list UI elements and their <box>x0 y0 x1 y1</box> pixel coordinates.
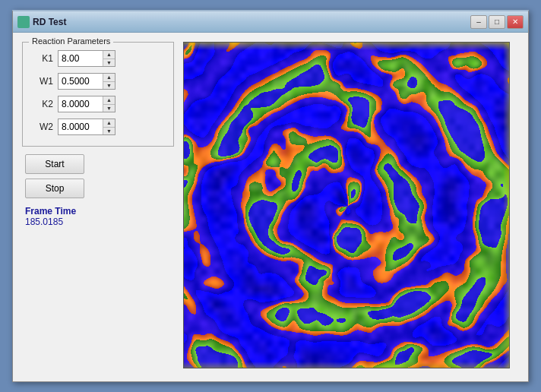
params-container: K1 ▲ ▼ W1 ▲ ▼ K2 ▲ <box>32 50 164 135</box>
buttons-section: Start Stop <box>22 154 174 198</box>
simulation-display <box>183 42 510 368</box>
close-button[interactable]: ✕ <box>507 15 524 29</box>
param-spin-up-w2[interactable]: ▲ <box>103 119 115 128</box>
right-panel <box>183 42 519 372</box>
params-group: Reaction Parameters K1 ▲ ▼ W1 ▲ ▼ <box>22 42 174 147</box>
param-input-wrap-w2: ▲ ▼ <box>58 119 115 135</box>
param-label-w1: W1 <box>32 76 53 87</box>
param-spin-w1: ▲ ▼ <box>103 74 115 89</box>
content-area: Reaction Parameters K1 ▲ ▼ W1 ▲ ▼ <box>13 33 528 381</box>
params-legend: Reaction Parameters <box>29 36 113 46</box>
param-input-w1[interactable] <box>59 74 103 89</box>
title-bar: RD Test – □ ✕ <box>13 11 528 33</box>
param-input-wrap-k1: ▲ ▼ <box>58 50 115 67</box>
param-spin-down-k2[interactable]: ▼ <box>103 105 115 112</box>
param-spin-up-k1[interactable]: ▲ <box>103 51 115 59</box>
start-button[interactable]: Start <box>25 154 84 174</box>
window-title: RD Test <box>33 17 470 27</box>
param-row-w2: W2 ▲ ▼ <box>32 119 164 135</box>
param-input-wrap-k2: ▲ ▼ <box>58 96 115 112</box>
param-spin-down-k1[interactable]: ▼ <box>103 59 115 67</box>
param-input-k2[interactable] <box>59 96 103 112</box>
param-spin-k2: ▲ ▼ <box>103 96 115 112</box>
param-spin-w2: ▲ ▼ <box>103 119 115 134</box>
app-icon <box>17 16 30 28</box>
param-input-k1[interactable] <box>59 51 103 66</box>
main-window: RD Test – □ ✕ Reaction Parameters K1 <box>12 10 529 382</box>
param-label-w2: W2 <box>32 122 53 132</box>
frame-time-value: 185.0185 <box>25 217 174 227</box>
param-row-w1: W1 ▲ ▼ <box>32 73 164 90</box>
stop-button[interactable]: Stop <box>25 179 84 198</box>
param-spin-k1: ▲ ▼ <box>103 51 115 66</box>
param-spin-up-w1[interactable]: ▲ <box>103 74 115 82</box>
status-section: Frame Time 185.0185 <box>22 206 174 227</box>
maximize-button[interactable]: □ <box>489 15 505 29</box>
param-row-k1: K1 ▲ ▼ <box>32 50 164 67</box>
param-input-w2[interactable] <box>59 119 103 134</box>
minimize-button[interactable]: – <box>470 15 487 29</box>
param-label-k1: K1 <box>32 53 53 64</box>
param-row-k2: K2 ▲ ▼ <box>32 96 164 112</box>
param-spin-down-w1[interactable]: ▼ <box>103 82 115 90</box>
param-spin-up-k2[interactable]: ▲ <box>103 96 115 105</box>
param-spin-down-w2[interactable]: ▼ <box>103 128 115 135</box>
left-panel: Reaction Parameters K1 ▲ ▼ W1 ▲ ▼ <box>22 42 174 372</box>
param-label-k2: K2 <box>32 99 53 109</box>
title-bar-buttons: – □ ✕ <box>470 15 524 29</box>
frame-time-label: Frame Time <box>25 206 174 217</box>
param-input-wrap-w1: ▲ ▼ <box>58 73 115 90</box>
